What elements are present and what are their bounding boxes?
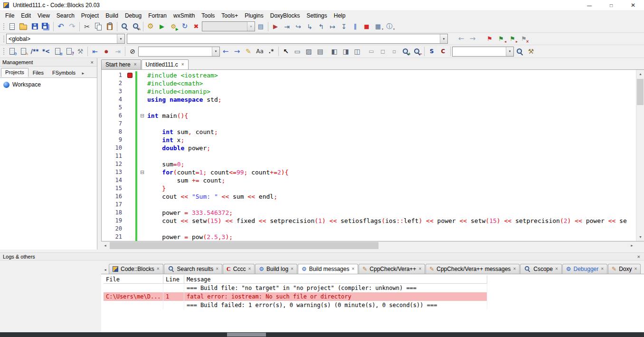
step-out-button[interactable]: ↰	[315, 21, 327, 32]
editor-horizontal-scrollbar[interactable]: ◄ ►	[101, 241, 636, 250]
fold-margin[interactable]	[139, 79, 146, 87]
cscope-search-combo[interactable]: ▼	[452, 47, 514, 57]
scope-combo[interactable]: <global>▼	[6, 34, 125, 44]
cscope-settings-button[interactable]: ⚒	[525, 46, 537, 57]
code-text[interactable]: double power;	[146, 144, 210, 152]
incsearch-next-button[interactable]: →	[231, 46, 243, 57]
line-number[interactable]: 6	[102, 112, 126, 120]
breakpoint-margin-empty[interactable]	[126, 225, 134, 233]
management-tab-fsymbols[interactable]: FSymbols	[48, 68, 80, 77]
zoom-out-button[interactable]: −	[411, 46, 423, 57]
debugging-windows-button[interactable]: ▦▼	[372, 21, 384, 32]
redo-button[interactable]: ↷	[66, 21, 78, 32]
fold-margin[interactable]: ⊟	[139, 168, 146, 176]
close-tab-icon[interactable]: ×	[248, 266, 251, 271]
minimize-button[interactable]: —	[578, 0, 600, 10]
maximize-button[interactable]: □	[600, 0, 622, 10]
breakpoint-margin-empty[interactable]	[126, 201, 134, 209]
replace-button[interactable]: ✎	[130, 21, 142, 32]
code-text[interactable]: sum += count;	[146, 176, 225, 184]
close-management-button[interactable]: ×	[90, 59, 95, 65]
line-number[interactable]: 2	[102, 79, 126, 87]
layout-right-button[interactable]: ◨	[340, 46, 351, 57]
fold-margin[interactable]	[139, 144, 146, 152]
logs-tab-search-results[interactable]: Search results×	[164, 264, 223, 274]
cut-button[interactable]: ✂	[81, 21, 93, 32]
logs-tab-cppcheck-vera[interactable]: ✎CppCheck/Vera++×	[359, 264, 425, 274]
scroll-left-button[interactable]: ◄	[101, 241, 109, 250]
fold-margin[interactable]	[139, 209, 146, 217]
code-text[interactable]: power = pow(2.5,3);	[146, 233, 233, 241]
breakpoint-margin[interactable]	[126, 71, 134, 79]
line-number[interactable]: 17	[102, 201, 126, 209]
dropdown-arrow-icon[interactable]: ▼	[440, 34, 447, 43]
menu-item-plugins[interactable]: Plugins	[241, 11, 266, 20]
management-tabs-more-button[interactable]: ►	[80, 71, 86, 77]
menu-item-build[interactable]: Build	[102, 11, 122, 20]
close-tab-icon[interactable]: ×	[157, 266, 160, 271]
close-tab-icon[interactable]: ×	[134, 62, 137, 67]
code-text[interactable]: #include <iostream>	[146, 71, 218, 79]
column-header-message[interactable]: Message	[184, 275, 487, 284]
next-bookmark-button[interactable]: ⚑▸	[507, 34, 518, 44]
breakpoint-margin-empty[interactable]	[126, 112, 134, 120]
build-and-run-button[interactable]: ⚙▶	[168, 21, 179, 32]
fold-margin[interactable]	[139, 160, 146, 168]
menu-item-fortran[interactable]: Fortran	[145, 11, 170, 20]
open-file-button[interactable]	[18, 21, 29, 32]
doxy-view-html-button[interactable]: ≡	[52, 46, 63, 57]
code-text[interactable]: sum=0;	[146, 160, 184, 168]
doxy-block-comment-button[interactable]: /**	[29, 46, 40, 57]
regex-button[interactable]: .*	[265, 46, 277, 57]
zoom-in-button[interactable]: +	[400, 46, 411, 57]
fold-margin[interactable]	[139, 217, 146, 225]
close-tab-icon[interactable]: ×	[351, 266, 354, 271]
fold-margin[interactable]	[139, 71, 146, 79]
menu-item-project[interactable]: Project	[78, 11, 102, 20]
various-info-button[interactable]: ⓘ▼	[384, 21, 395, 32]
line-number[interactable]: 12	[102, 160, 126, 168]
doxy-settings-button[interactable]: ⚒	[75, 46, 86, 57]
breakpoint-margin-empty[interactable]	[126, 136, 134, 144]
code-text[interactable]: int main(){	[146, 112, 188, 120]
line-number[interactable]: 7	[102, 120, 126, 128]
fold-collapse-icon[interactable]: ⊟	[140, 113, 144, 118]
dropdown-arrow-icon[interactable]: ▼	[117, 34, 124, 43]
menu-item-view[interactable]: View	[34, 11, 53, 20]
close-tab-icon[interactable]: ×	[418, 266, 421, 271]
text-tool-button[interactable]: ▤	[314, 46, 326, 57]
incsearch-combo[interactable]: ▼	[138, 47, 220, 57]
fold-margin[interactable]	[139, 176, 146, 184]
menu-item-debug[interactable]: Debug	[122, 11, 145, 20]
step-into-instruction-button[interactable]: ↧	[338, 21, 350, 32]
fold-margin[interactable]	[139, 96, 146, 104]
breakpoint-margin-empty[interactable]	[126, 217, 134, 225]
build-target-combo[interactable]: ▼	[202, 21, 255, 31]
box-tool-2-button[interactable]: ◻	[377, 46, 388, 57]
code-text[interactable]: for(count=1; count<=99; count+=2){	[146, 168, 288, 176]
close-tab-icon[interactable]: ×	[555, 266, 558, 271]
goto-prev-function-button[interactable]: ←	[455, 34, 467, 44]
close-tab-icon[interactable]: ×	[513, 266, 516, 271]
doxy-update-docs-button[interactable]: ✎	[18, 46, 29, 57]
prev-bookmark-button[interactable]: ⚑◂	[495, 34, 507, 44]
code-text[interactable]: #include<cmath>	[146, 79, 203, 87]
build-message-row[interactable]: === Build failed: 1 error(s), 0 warning(…	[104, 301, 487, 309]
line-number[interactable]: 10	[102, 144, 126, 152]
incsearch-prev-button[interactable]: ←	[220, 46, 231, 57]
rebuild-button[interactable]: ↻	[179, 21, 190, 32]
dropdown-arrow-icon[interactable]: ▼	[506, 47, 513, 56]
code-lines[interactable]: 1#include <iostream>2#include<cmath>3#in…	[102, 70, 636, 241]
doxy-view-chm-button[interactable]: ?	[63, 46, 75, 57]
logs-tab-build-log[interactable]: ⚙Build log×	[255, 264, 297, 274]
fold-margin[interactable]	[139, 184, 146, 193]
line-number[interactable]: 21	[102, 233, 126, 241]
code-text[interactable]: }	[146, 184, 166, 193]
code-text[interactable]	[146, 120, 147, 128]
fold-margin[interactable]	[139, 136, 146, 144]
code-text[interactable]	[146, 225, 147, 233]
menu-item-doxyblocks[interactable]: DoxyBlocks	[267, 11, 303, 20]
break-debugger-button[interactable]: ‖	[350, 21, 361, 32]
toolbar-grip[interactable]	[2, 47, 5, 56]
breakpoint-margin-empty[interactable]	[126, 184, 134, 193]
